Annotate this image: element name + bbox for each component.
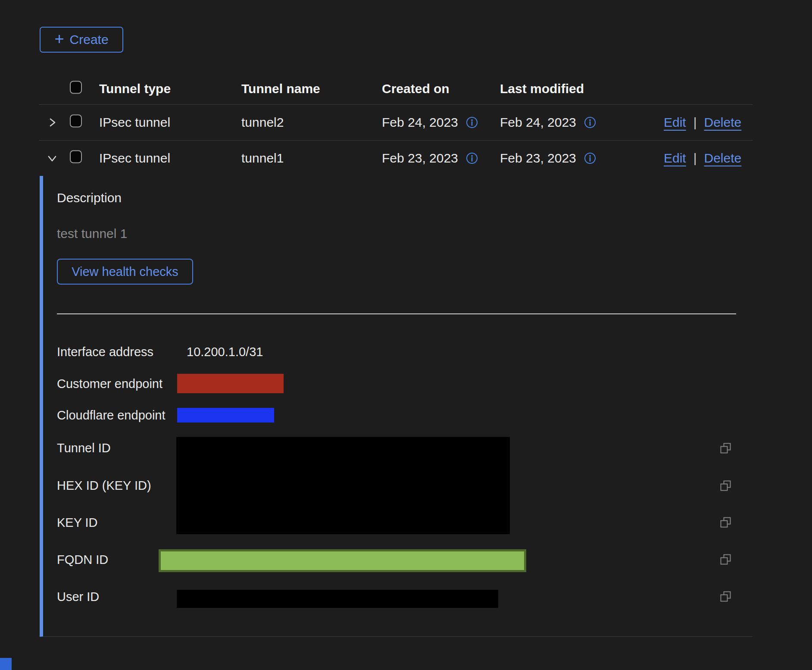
customer-endpoint-redacted-value bbox=[177, 374, 284, 393]
table-row-tunnel2: IPsec tunnel tunnel2 Feb 24, 2023 Feb 24… bbox=[39, 105, 753, 141]
table-row-tunnel1: IPsec tunnel tunnel1 Feb 23, 2023 Feb 23… bbox=[39, 141, 753, 176]
description-value: test tunnel 1 bbox=[57, 226, 127, 241]
row-checkbox[interactable] bbox=[70, 150, 82, 163]
expand-row-button[interactable] bbox=[45, 115, 59, 130]
cloudflare-endpoint-redacted-value bbox=[177, 408, 274, 423]
header-tunnel-name: Tunnel name bbox=[241, 81, 320, 96]
view-health-checks-button[interactable]: View health checks bbox=[57, 259, 193, 285]
description-label: Description bbox=[57, 191, 122, 205]
fqdn-id-label: FQDN ID bbox=[57, 552, 108, 567]
tunnel-name-value: tunnel1 bbox=[241, 151, 284, 166]
create-button-label: Create bbox=[70, 32, 109, 47]
interface-address-value: 10.200.1.0/31 bbox=[187, 344, 263, 359]
last-modified-value: Feb 24, 2023 bbox=[500, 115, 576, 130]
fqdn-id-redacted-value bbox=[159, 549, 526, 572]
created-on-value: Feb 24, 2023 bbox=[382, 115, 458, 130]
created-on-value: Feb 23, 2023 bbox=[382, 151, 458, 166]
copy-hex-id-button[interactable] bbox=[720, 480, 732, 492]
edit-link[interactable]: Edit bbox=[664, 115, 686, 130]
bottom-left-partial-element[interactable] bbox=[0, 658, 12, 670]
info-icon[interactable] bbox=[584, 152, 596, 164]
info-icon[interactable] bbox=[466, 152, 478, 164]
panel-divider bbox=[57, 313, 736, 314]
last-modified-value: Feb 23, 2023 bbox=[500, 151, 576, 166]
header-tunnel-type: Tunnel type bbox=[99, 81, 171, 96]
tunnels-table-header: Tunnel type Tunnel name Created on Last … bbox=[39, 73, 753, 105]
select-all-checkbox[interactable] bbox=[70, 81, 82, 94]
chevron-down-icon bbox=[46, 152, 59, 165]
chevron-right-icon bbox=[46, 116, 59, 129]
user-id-redacted-value bbox=[177, 590, 498, 608]
plus-icon: + bbox=[54, 31, 64, 47]
collapse-row-button[interactable] bbox=[45, 151, 59, 166]
copy-tunnel-id-button[interactable] bbox=[720, 442, 732, 454]
copy-key-id-button[interactable] bbox=[720, 517, 732, 529]
copy-icon bbox=[720, 442, 732, 454]
tunnel-type-value: IPsec tunnel bbox=[99, 151, 170, 166]
interface-address-label: Interface address bbox=[57, 344, 153, 359]
info-icon[interactable] bbox=[584, 116, 596, 128]
edit-link[interactable]: Edit bbox=[664, 151, 686, 166]
user-id-label: User ID bbox=[57, 589, 99, 604]
create-button[interactable]: + Create bbox=[40, 27, 123, 53]
customer-endpoint-label: Customer endpoint bbox=[57, 376, 162, 391]
tunnel-name-value: tunnel2 bbox=[241, 115, 284, 130]
row-checkbox[interactable] bbox=[70, 115, 82, 128]
delete-link[interactable]: Delete bbox=[704, 115, 742, 130]
tunnel-details-panel: Description test tunnel 1 View health ch… bbox=[40, 176, 753, 637]
tunnel-type-value: IPsec tunnel bbox=[99, 115, 170, 130]
cloudflare-endpoint-label: Cloudflare endpoint bbox=[57, 408, 166, 423]
copy-fqdn-id-button[interactable] bbox=[720, 554, 732, 566]
ids-redacted-value bbox=[176, 437, 510, 534]
tunnel-id-label: Tunnel ID bbox=[57, 441, 111, 455]
key-id-label: KEY ID bbox=[57, 515, 98, 530]
copy-icon bbox=[720, 480, 732, 492]
action-separator: | bbox=[693, 115, 697, 130]
info-icon[interactable] bbox=[466, 116, 478, 128]
copy-user-id-button[interactable] bbox=[720, 591, 732, 603]
action-separator: | bbox=[693, 151, 697, 166]
copy-icon bbox=[720, 554, 732, 566]
header-last-modified: Last modified bbox=[500, 81, 584, 96]
hex-id-label: HEX ID (KEY ID) bbox=[57, 478, 151, 493]
header-created-on: Created on bbox=[382, 81, 450, 96]
copy-icon bbox=[720, 591, 732, 603]
copy-icon bbox=[720, 517, 732, 529]
delete-link[interactable]: Delete bbox=[704, 151, 742, 166]
